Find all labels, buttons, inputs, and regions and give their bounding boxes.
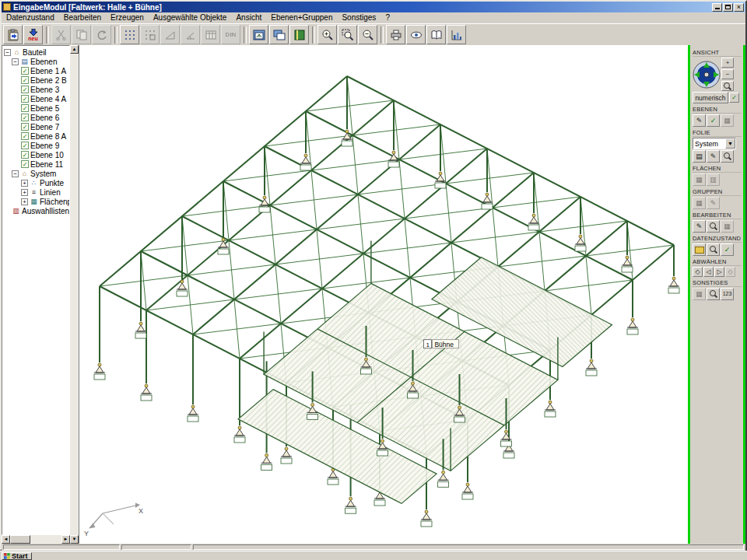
menu-erzeugen[interactable]: Erzeugen	[106, 12, 149, 23]
cut-button[interactable]	[51, 25, 71, 44]
layer-check-icon[interactable]: ✓	[21, 151, 29, 159]
tree-item-ebene-11[interactable]: ✓Ebene 11	[4, 159, 69, 169]
tree-item-ebene-10[interactable]: ✓Ebene 10	[4, 150, 69, 159]
tree-item-ebene-2[interactable]: ✓Ebene 2 B	[4, 75, 69, 85]
zoom-window-button[interactable]	[338, 25, 357, 44]
tree-item-ebene-1[interactable]: ✓Ebene 1 A	[4, 66, 69, 75]
tree-item-ebenen[interactable]: −▤Ebenen	[4, 57, 69, 66]
chevron-down-icon[interactable]: ▼	[725, 138, 735, 149]
close-button[interactable]: ×	[734, 3, 744, 12]
tree-item-ebene-6[interactable]: ✓Ebene 6	[4, 113, 69, 122]
tree-item-ebene-4[interactable]: ✓Ebene 4 A	[4, 94, 69, 103]
tree-item-ebene-8[interactable]: ✓Ebene 8 A	[4, 131, 69, 141]
tree-item-system[interactable]: −⌂System	[4, 169, 69, 178]
view-reset-button[interactable]	[721, 81, 734, 91]
scroll-left-icon[interactable]: ◄	[2, 535, 10, 544]
copy-button[interactable]	[72, 25, 91, 44]
menu-datenzustand[interactable]: Datenzustand	[2, 12, 59, 23]
statistics-button[interactable]	[447, 25, 466, 44]
flaechen-list-button[interactable]: ▥	[707, 173, 720, 186]
menu-sonstiges[interactable]: Sonstiges	[337, 12, 381, 23]
layer-check-icon[interactable]: ✓	[21, 67, 29, 75]
paste-button[interactable]	[3, 25, 23, 44]
expand-icon[interactable]: +	[21, 189, 28, 196]
expand-icon[interactable]: +	[21, 198, 28, 205]
tree-item-flaechenpositionen[interactable]: +▦Flächenpo	[4, 197, 69, 206]
bearbeiten-zoom-button[interactable]	[707, 220, 720, 233]
view-eye-button[interactable]	[406, 25, 426, 44]
view-3d-button[interactable]	[249, 25, 268, 44]
menu-ebenen-gruppen[interactable]: Ebenen+Gruppen	[266, 12, 337, 23]
ebenen-check-button[interactable]: ✓	[707, 114, 720, 127]
layer-check-icon[interactable]: ✓	[21, 160, 29, 168]
maximize-button[interactable]	[723, 3, 733, 12]
datenzustand-folder-button[interactable]	[693, 243, 706, 256]
sonstiges-numbering-button[interactable]: 123	[721, 288, 734, 300]
slope-button[interactable]	[160, 25, 180, 44]
scroll-track[interactable]	[10, 535, 61, 544]
expand-icon[interactable]: +	[21, 180, 28, 187]
layer-check-icon[interactable]: ✓	[21, 95, 29, 103]
layer-check-icon[interactable]: ✓	[21, 142, 29, 149]
layer-check-icon[interactable]: ✓	[21, 123, 29, 131]
folie-edit-button[interactable]: ✎	[707, 150, 720, 163]
tree-item-ebene-9[interactable]: ✓Ebene 9	[4, 141, 69, 150]
layer-check-icon[interactable]: ✓	[21, 114, 29, 121]
zoom-plus-button[interactable]: +	[721, 58, 734, 68]
datenzustand-zoom-button[interactable]	[707, 243, 720, 256]
angle-button[interactable]	[181, 25, 200, 44]
menu-ausgewaehlte-objekte[interactable]: Ausgewählte Objekte	[149, 12, 232, 23]
canvas-vertical-scrollbar[interactable]: ▲ ▼	[70, 45, 79, 544]
print-button[interactable]	[386, 25, 405, 44]
sonstiges-grid-button[interactable]: ▦	[693, 288, 706, 300]
new-button[interactable]: neu	[23, 25, 43, 44]
bearbeiten-grid-button[interactable]: ▦	[721, 220, 734, 233]
tree-item-ebene-5[interactable]: ✓Ebene 5	[4, 103, 69, 113]
view-cascade-button[interactable]	[269, 25, 289, 44]
manual-button[interactable]	[426, 25, 446, 44]
scroll-up-icon[interactable]: ▲	[70, 45, 79, 54]
sonstiges-zoom-button[interactable]	[707, 288, 720, 300]
folie-zoom-button[interactable]	[721, 150, 734, 163]
scroll-down-icon[interactable]: ▼	[70, 535, 79, 544]
undo-button[interactable]	[92, 25, 111, 44]
zoom-out-button[interactable]	[358, 25, 377, 44]
menu-bearbeiten[interactable]: Bearbeiten	[59, 12, 106, 23]
tree-item-linien[interactable]: +≡Linien	[4, 187, 69, 197]
collapse-icon[interactable]: −	[12, 170, 19, 177]
menu-help[interactable]: ?	[381, 12, 395, 23]
tree-item-auswahllisten[interactable]: ▥Auswahllisten	[4, 206, 69, 215]
grid-button[interactable]	[120, 25, 139, 44]
drawing-canvas[interactable]: 1BühneXY	[79, 45, 688, 544]
minimize-button[interactable]	[712, 3, 722, 12]
collapse-icon[interactable]: −	[12, 58, 19, 65]
layer-check-icon[interactable]: ✓	[21, 76, 29, 84]
datenzustand-apply-button[interactable]: ✓	[721, 243, 734, 256]
tree-item-punkte[interactable]: +∴Punkte	[4, 178, 69, 187]
gruppen-grid-button[interactable]: ▦	[693, 197, 706, 209]
notebook-button[interactable]	[289, 25, 309, 44]
tree-horizontal-scrollbar[interactable]: ◄ ►	[2, 535, 70, 544]
layer-check-icon[interactable]: ✓	[21, 132, 29, 140]
folie-select[interactable]: System ▼	[693, 138, 736, 149]
title-bar[interactable]: EingabeModul [Faltwerk: Halle + Bühne] ×	[2, 2, 745, 12]
deselect-next-button[interactable]: ▷	[714, 267, 724, 277]
deselect-prev-button[interactable]: ◁	[703, 267, 714, 277]
zoom-in-button[interactable]	[317, 25, 337, 44]
menu-ansicht[interactable]: Ansicht	[231, 12, 266, 23]
ebenen-edit-button[interactable]: ✎	[693, 114, 706, 127]
start-button[interactable]: Start	[2, 552, 32, 560]
numeric-view-button[interactable]: numerisch	[693, 92, 728, 103]
scroll-right-icon[interactable]: ►	[61, 535, 70, 544]
table-button[interactable]	[201, 25, 220, 44]
layer-check-icon[interactable]: ✓	[21, 86, 29, 93]
deselect-all-button[interactable]: ◇	[725, 267, 735, 277]
tree-item-ebene-7[interactable]: ✓Ebene 7	[4, 122, 69, 131]
din-button[interactable]: DIN	[221, 25, 240, 44]
deselect-diamond-button[interactable]: ◇	[693, 267, 703, 277]
gruppen-edit-button[interactable]: ✎	[707, 197, 720, 209]
apply-check-button[interactable]: ✓	[729, 93, 739, 103]
bearbeiten-edit-button[interactable]: ✎	[693, 220, 706, 233]
flaechen-grid-button[interactable]: ▦	[693, 173, 706, 186]
snap-grid-button[interactable]	[140, 25, 160, 44]
